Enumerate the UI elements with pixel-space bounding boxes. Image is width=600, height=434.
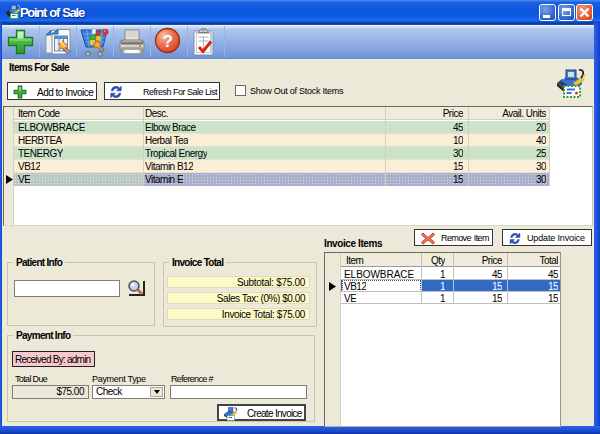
svg-text:?: ? xyxy=(163,32,173,51)
